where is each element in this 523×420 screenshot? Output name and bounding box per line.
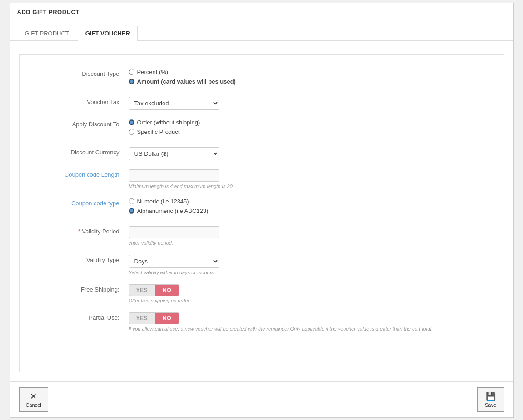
- partial-use-label: Partial Use:: [38, 312, 129, 321]
- validity-type-label: Validity Type: [38, 255, 129, 263]
- discount-currency-row: Discount Currency US Dollar ($) Euro (€)…: [38, 147, 486, 160]
- save-button[interactable]: 💾 Save: [477, 387, 504, 412]
- apply-order-radio[interactable]: [129, 119, 134, 125]
- validity-type-hint: Select validity either in days or months…: [129, 270, 486, 275]
- modal-body: Discount Type Percent (%) Amount (card v…: [10, 41, 513, 381]
- discount-currency-select[interactable]: US Dollar ($) Euro (€) GBP (£): [129, 147, 219, 160]
- modal-title: ADD GIFT PRODUCT: [10, 3, 513, 21]
- discount-amount-radio[interactable]: [129, 79, 134, 84]
- apply-order-row: Order (without shipping): [129, 119, 486, 126]
- validity-period-input[interactable]: [129, 226, 219, 238]
- voucher-tax-controls: Tax excluded Tax included: [129, 97, 486, 110]
- apply-discount-label: Apply Discount To: [38, 119, 129, 128]
- validity-type-controls: Days Months Select validity either in da…: [129, 255, 486, 275]
- discount-type-controls: Percent (%) Amount (card values will bes…: [129, 69, 486, 88]
- partial-use-controls: YES NO If you allow partial use, a new v…: [129, 312, 486, 331]
- coupon-length-label: Coupon code Length: [38, 169, 129, 178]
- coupon-type-label: Coupon code type: [38, 198, 129, 207]
- coupon-length-input[interactable]: [129, 169, 219, 182]
- free-shipping-label: Free Shipping:: [38, 284, 129, 293]
- save-label: Save: [485, 402, 496, 408]
- coupon-numeric-radio[interactable]: [129, 198, 134, 204]
- free-shipping-yes-button[interactable]: YES: [129, 284, 155, 296]
- apply-specific-radio[interactable]: [129, 129, 134, 135]
- discount-currency-label: Discount Currency: [38, 147, 129, 156]
- tab-gift-voucher[interactable]: GIFT VOUCHER: [78, 26, 138, 41]
- coupon-length-row: Coupon code Length Minimum length is 4 a…: [38, 169, 486, 189]
- apply-discount-row: Apply Discount To Order (without shippin…: [38, 119, 486, 138]
- discount-currency-controls: US Dollar ($) Euro (€) GBP (£): [129, 147, 486, 160]
- discount-type-label: Discount Type: [38, 69, 129, 77]
- tab-gift-product[interactable]: GIFT PRODUCT: [17, 26, 77, 40]
- partial-use-toggle: YES NO: [129, 312, 486, 324]
- coupon-alphanumeric-label: Alphanumeric (i.e ABC123): [137, 208, 209, 214]
- validity-period-row: Validity Period enter validity period.: [38, 226, 486, 246]
- free-shipping-hint: Offer free shipping on order: [129, 298, 486, 303]
- apply-order-label: Order (without shipping): [137, 119, 200, 126]
- tab-bar: GIFT PRODUCT GIFT VOUCHER: [10, 21, 513, 41]
- save-icon: 💾: [486, 391, 496, 401]
- coupon-length-hint: Minimum length is 4 and maximum length i…: [129, 183, 486, 189]
- modal: ADD GIFT PRODUCT GIFT PRODUCT GIFT VOUCH…: [10, 3, 514, 418]
- apply-specific-row: Specific Product: [129, 128, 486, 135]
- coupon-type-row: Coupon code type Numeric (i.e 12345) Alp…: [38, 198, 486, 217]
- cancel-button[interactable]: ✕ Cancel: [19, 387, 48, 412]
- discount-type-row: Discount Type Percent (%) Amount (card v…: [38, 69, 486, 88]
- partial-use-row: Partial Use: YES NO If you allow partial…: [38, 312, 486, 331]
- form-section: Discount Type Percent (%) Amount (card v…: [19, 54, 504, 372]
- coupon-type-controls: Numeric (i.e 12345) Alphanumeric (i.e AB…: [129, 198, 486, 217]
- coupon-numeric-label: Numeric (i.e 12345): [137, 198, 189, 205]
- partial-use-yes-button[interactable]: YES: [129, 312, 155, 324]
- free-shipping-no-button[interactable]: NO: [155, 284, 179, 296]
- discount-amount-row: Amount (card values will bes used): [129, 78, 486, 85]
- coupon-alphanumeric-row: Alphanumeric (i.e ABC123): [129, 208, 486, 214]
- validity-type-row: Validity Type Days Months Select validit…: [38, 255, 486, 275]
- coupon-alphanumeric-radio[interactable]: [129, 208, 134, 214]
- apply-specific-label: Specific Product: [137, 128, 180, 135]
- free-shipping-controls: YES NO Offer free shipping on order: [129, 284, 486, 303]
- free-shipping-row: Free Shipping: YES NO Offer free shippin…: [38, 284, 486, 303]
- apply-discount-controls: Order (without shipping) Specific Produc…: [129, 119, 486, 138]
- free-shipping-toggle: YES NO: [129, 284, 486, 296]
- voucher-tax-row: Voucher Tax Tax excluded Tax included: [38, 97, 486, 110]
- voucher-tax-select[interactable]: Tax excluded Tax included: [129, 97, 219, 110]
- discount-percent-label: Percent (%): [137, 69, 169, 75]
- partial-use-no-button[interactable]: NO: [155, 312, 179, 324]
- cancel-label: Cancel: [26, 402, 41, 408]
- discount-percent-radio[interactable]: [129, 69, 134, 75]
- validity-type-select[interactable]: Days Months: [129, 255, 219, 268]
- validity-period-hint: enter validity period.: [129, 240, 486, 246]
- cancel-icon: ✕: [30, 391, 37, 401]
- validity-period-label: Validity Period: [38, 226, 129, 235]
- discount-amount-label: Amount (card values will bes used): [137, 78, 236, 85]
- discount-percent-row: Percent (%): [129, 69, 486, 75]
- modal-footer: ✕ Cancel 💾 Save: [10, 381, 513, 417]
- voucher-tax-label: Voucher Tax: [38, 97, 129, 105]
- coupon-length-controls: Minimum length is 4 and maximum length i…: [129, 169, 486, 189]
- partial-use-hint: If you allow partial use, a new voucher …: [129, 326, 486, 331]
- coupon-numeric-row: Numeric (i.e 12345): [129, 198, 486, 205]
- validity-period-controls: enter validity period.: [129, 226, 486, 246]
